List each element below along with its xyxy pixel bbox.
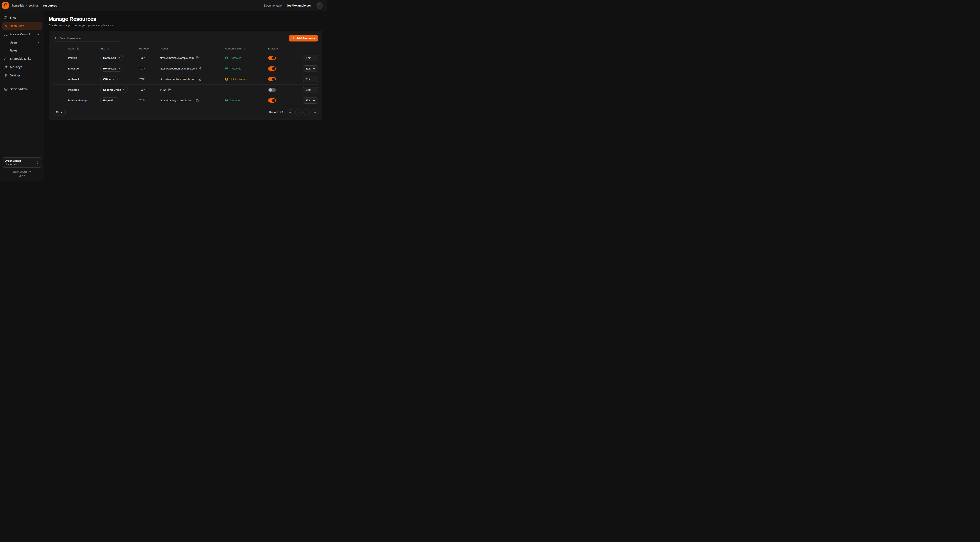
app-logo[interactable]	[2, 2, 9, 9]
resource-name: Bitwarden	[63, 67, 95, 70]
table-row: Authentik Office TCP https://authentik.e…	[53, 74, 318, 84]
access-value: https://bitwarden.example.com	[159, 67, 197, 70]
sidebar-item-roles[interactable]: Roles	[2, 47, 42, 54]
first-page-button[interactable]	[287, 109, 293, 115]
copy-icon[interactable]	[195, 99, 199, 102]
sidebar: Sites Resources Access Control Users Rol	[0, 11, 44, 181]
arrow-up-right-icon	[115, 99, 118, 102]
sidebar-item-settings[interactable]: Settings	[2, 72, 42, 79]
arrow-right-icon	[312, 67, 315, 70]
sort-site-header[interactable]: Site	[95, 47, 134, 50]
auth-status: -	[220, 88, 263, 91]
row-menu-button[interactable]	[53, 84, 63, 95]
site-link-button[interactable]: Edge 01	[100, 97, 120, 104]
table-row: Bitwarden Home Lab TCP https://bitwarden…	[53, 63, 318, 74]
search-icon	[55, 37, 58, 40]
site-link-button[interactable]: Home Lab	[100, 55, 123, 61]
edit-label: Edit	[306, 56, 310, 59]
next-page-button[interactable]	[303, 109, 310, 115]
auth-label: Protected	[230, 99, 242, 102]
edit-label: Edit	[306, 78, 310, 81]
topbar: home-lab › settings › resources Document…	[0, 0, 327, 11]
sidebar-item-label: Access Control	[10, 33, 30, 36]
enabled-toggle[interactable]	[268, 88, 276, 92]
copy-icon[interactable]	[199, 67, 203, 70]
breadcrumb-settings[interactable]: settings	[29, 4, 38, 7]
edit-button[interactable]: Edit	[303, 97, 318, 104]
ellipsis-icon	[56, 78, 60, 81]
open-source-link[interactable]: Open Source	[2, 171, 42, 173]
copy-icon[interactable]	[196, 56, 199, 60]
documentation-link[interactable]: Documentation	[264, 4, 283, 7]
shield-check-icon	[225, 67, 228, 70]
add-resource-button[interactable]: Add Resource	[289, 35, 318, 41]
row-menu-button[interactable]	[53, 53, 63, 63]
resource-protocol: TCP	[134, 67, 155, 70]
last-page-button[interactable]	[312, 109, 318, 115]
shield-check-icon	[225, 56, 228, 59]
chevrons-up-down-icon	[36, 161, 39, 164]
site-link-button[interactable]: Home Lab	[100, 65, 123, 72]
key-icon	[4, 65, 8, 69]
site-name: Home Lab	[103, 56, 116, 59]
sort-name-header[interactable]: Name	[63, 47, 95, 50]
arrow-right-icon	[312, 57, 315, 59]
chevron-down-icon	[37, 33, 40, 36]
enabled-toggle[interactable]	[268, 67, 276, 71]
enabled-toggle[interactable]	[268, 56, 276, 60]
avatar[interactable]: J	[317, 2, 323, 9]
sidebar-item-label: Sites	[10, 16, 16, 19]
breadcrumb-separator: ›	[40, 4, 41, 7]
edit-label: Edit	[306, 99, 310, 102]
resources-table: Name Site Protocol Access Authentication	[53, 45, 318, 106]
site-link-button[interactable]: Office	[100, 76, 118, 82]
previous-page-button[interactable]	[295, 109, 302, 115]
search-input[interactable]	[53, 35, 120, 41]
sidebar-item-api-keys[interactable]: API Keys	[2, 63, 42, 71]
enabled-header: Enabled	[263, 47, 290, 50]
edit-button[interactable]: Edit	[303, 55, 318, 61]
search-box	[53, 35, 120, 41]
arrow-up-right-icon	[123, 89, 125, 91]
sort-authentication-header[interactable]: Authentication	[220, 47, 263, 50]
sidebar-item-sites[interactable]: Sites	[2, 14, 42, 21]
breadcrumb-home-lab[interactable]: home-lab	[12, 4, 24, 7]
resource-name: Authentik	[63, 78, 95, 81]
sort-icon	[107, 47, 109, 50]
table-row: Postgres Second Office TCP 5432 -	[53, 84, 318, 95]
site-link-button[interactable]: Second Office	[100, 87, 128, 93]
edit-button[interactable]: Edit	[303, 76, 318, 82]
sidebar-item-shareable-links[interactable]: Shareable Links	[2, 55, 42, 62]
sidebar-item-server-admin[interactable]: Server Admin	[2, 85, 42, 93]
sidebar-item-resources[interactable]: Resources	[2, 22, 42, 30]
chevron-down-icon	[60, 111, 63, 114]
auth-label: -	[225, 88, 226, 91]
sidebar-item-label: Settings	[10, 74, 21, 77]
access-value: https://battery.example.com	[159, 99, 193, 102]
edit-button[interactable]: Edit	[303, 87, 318, 93]
enabled-toggle[interactable]	[268, 77, 276, 81]
enabled-toggle[interactable]	[268, 98, 276, 103]
organization-selector[interactable]: Organization Home Lab	[2, 157, 42, 167]
breadcrumb-resources: resources	[43, 4, 57, 7]
shield-off-icon	[225, 78, 228, 81]
sidebar-item-access-control[interactable]: Access Control	[2, 31, 42, 38]
row-menu-button[interactable]	[53, 74, 63, 84]
row-menu-button[interactable]	[53, 63, 63, 74]
ellipsis-icon	[56, 67, 60, 70]
row-menu-button[interactable]	[53, 95, 63, 106]
arrow-right-icon	[312, 78, 315, 81]
copy-icon[interactable]	[168, 88, 172, 92]
users-icon	[4, 33, 8, 36]
edit-button[interactable]: Edit	[303, 65, 318, 72]
sidebar-item-label: API Keys	[10, 65, 22, 69]
sidebar-item-users[interactable]: Users	[2, 39, 42, 46]
copy-icon[interactable]	[198, 78, 202, 81]
page-size-select[interactable]: 20	[53, 109, 65, 115]
resource-protocol: TCP	[134, 99, 155, 102]
resource-protocol: TCP	[134, 88, 155, 91]
site-name: Edge 01	[103, 99, 113, 102]
resource-name: Postgres	[63, 88, 95, 91]
resource-protocol: TCP	[134, 56, 155, 59]
breadcrumb-separator: ›	[26, 4, 27, 7]
